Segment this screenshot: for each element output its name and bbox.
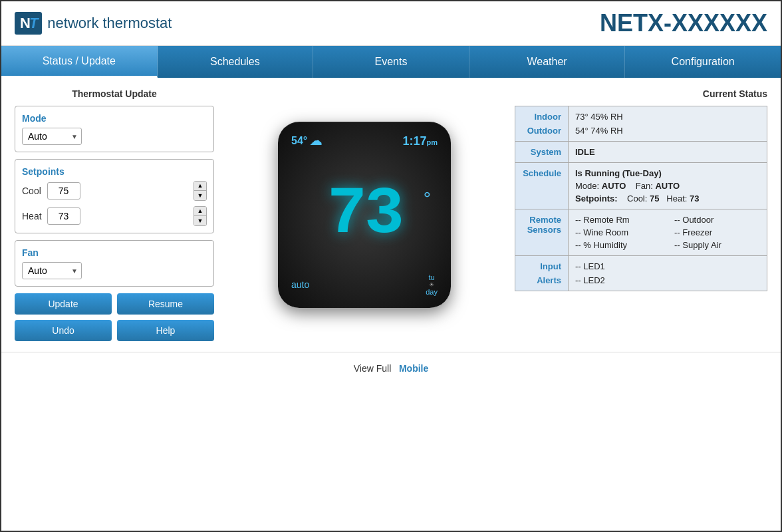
heat-arrows: ▲ ▼ xyxy=(194,206,207,226)
thermo-top: 54° ☁ 1:17pm xyxy=(291,134,438,148)
heat-label: Heat xyxy=(22,211,42,221)
tab-configuration[interactable]: Configuration xyxy=(625,46,781,78)
degree-symbol: ° xyxy=(424,188,431,209)
center-panel: 54° ☁ 1:17pm 73 ° auto tu ☀ day xyxy=(225,88,504,341)
indoor-outdoor-row: Indoor Outdoor 73° 45% RH 54° 74% RH xyxy=(515,106,767,142)
system-label: System xyxy=(515,142,569,163)
thermostat-update-title: Thermostat Update xyxy=(15,88,214,99)
indoor-label: Indoor Outdoor xyxy=(515,106,569,142)
thermo-bottom: auto tu ☀ day xyxy=(291,273,438,296)
fan-label: Fan xyxy=(22,247,207,258)
fan-select[interactable]: Auto On xyxy=(22,262,82,279)
device-id: NETX-XXXXXX xyxy=(600,9,767,37)
cool-down-button[interactable]: ▼ xyxy=(194,191,206,200)
schedule-value: Is Running (Tue-Day) Mode: AUTO Fan: AUT… xyxy=(569,163,767,209)
input-alerts-value: -- LED1 -- LED2 xyxy=(569,256,767,291)
system-value: IDLE xyxy=(569,142,767,163)
thermostat-device: 54° ☁ 1:17pm 73 ° auto tu ☀ day xyxy=(278,122,451,308)
setpoints-label: Setpoints xyxy=(22,166,207,177)
nav-tabs: Status / Update Schedules Events Weather… xyxy=(1,46,781,78)
mode-select-wrapper: Auto Heat Cool Off ▼ xyxy=(22,128,82,145)
tab-events[interactable]: Events xyxy=(313,46,469,78)
current-status-title: Current Status xyxy=(515,88,767,99)
cool-up-button[interactable]: ▲ xyxy=(194,182,206,191)
remote-sensors-row: Remote Sensors -- Remote Rm -- Outdoor -… xyxy=(515,209,767,256)
resume-button[interactable]: Resume xyxy=(117,293,214,315)
system-row: System IDLE xyxy=(515,142,767,163)
heat-down-button[interactable]: ▼ xyxy=(194,216,206,225)
logo-icon: NT xyxy=(15,12,42,35)
thermo-time-display: 1:17pm xyxy=(402,134,438,148)
heat-up-button[interactable]: ▲ xyxy=(194,207,206,216)
input-alerts-label: Input Alerts xyxy=(515,256,569,291)
right-panel: Current Status Indoor Outdoor 73° 45% RH… xyxy=(515,88,767,341)
tab-schedules[interactable]: Schedules xyxy=(158,46,314,78)
setpoints-grid: Cool ▲ ▼ Heat ▲ ▼ xyxy=(22,181,207,226)
fan-section: Fan Auto On ▼ xyxy=(15,240,214,287)
schedule-label: Schedule xyxy=(515,163,569,209)
remote-sensors-value: -- Remote Rm -- Outdoor -- Wine Room -- … xyxy=(569,209,767,256)
cool-arrows: ▲ ▼ xyxy=(194,181,207,201)
cloud-icon: ☁ xyxy=(310,134,322,148)
thermo-day-display: tu ☀ day xyxy=(426,273,438,296)
tab-weather[interactable]: Weather xyxy=(469,46,626,78)
input-alerts-row: Input Alerts -- LED1 -- LED2 xyxy=(515,256,767,291)
thermo-outdoor-display: 54° ☁ xyxy=(291,134,322,148)
heat-input[interactable] xyxy=(47,207,80,225)
fan-select-wrapper: Auto On ▼ xyxy=(22,262,82,279)
left-panel: Thermostat Update Mode Auto Heat Cool Of… xyxy=(15,88,214,341)
mode-select[interactable]: Auto Heat Cool Off xyxy=(22,128,82,145)
indoor-outdoor-values: 73° 45% RH 54° 74% RH xyxy=(569,106,767,142)
header: NT network thermostat NETX-XXXXXX xyxy=(1,1,781,46)
status-table: Indoor Outdoor 73° 45% RH 54° 74% RH Sys… xyxy=(515,106,767,291)
outdoor-temp-display: 54° xyxy=(291,135,307,147)
logo: NT network thermostat xyxy=(15,12,172,35)
main-content: Thermostat Update Mode Auto Heat Cool Of… xyxy=(1,78,781,352)
footer: View Full Mobile xyxy=(1,352,781,384)
mobile-link[interactable]: Mobile xyxy=(399,363,428,374)
heat-input-wrap xyxy=(47,207,188,225)
nav-container: Status / Update Schedules Events Weather… xyxy=(1,46,781,78)
schedule-row: Schedule Is Running (Tue-Day) Mode: AUTO… xyxy=(515,163,767,209)
remote-sensors-label: Remote Sensors xyxy=(515,209,569,256)
action-buttons: Update Resume Undo Help xyxy=(15,293,214,341)
main-temp-display: 73 xyxy=(327,182,402,248)
logo-text: network thermostat xyxy=(47,15,172,32)
thermo-main: 73 ° xyxy=(291,182,438,248)
cool-label: Cool xyxy=(22,186,42,196)
cool-input-wrap xyxy=(47,182,188,200)
update-button[interactable]: Update xyxy=(15,293,112,315)
undo-button[interactable]: Undo xyxy=(15,320,112,341)
mode-label: Mode xyxy=(22,113,207,124)
cool-input[interactable] xyxy=(47,182,80,200)
setpoints-section: Setpoints Cool ▲ ▼ Heat ▲ ▼ xyxy=(15,159,214,233)
help-button[interactable]: Help xyxy=(117,320,214,341)
thermo-mode-display: auto xyxy=(291,279,309,290)
mode-section: Mode Auto Heat Cool Off ▼ xyxy=(15,106,214,152)
tab-status[interactable]: Status / Update xyxy=(1,46,158,78)
